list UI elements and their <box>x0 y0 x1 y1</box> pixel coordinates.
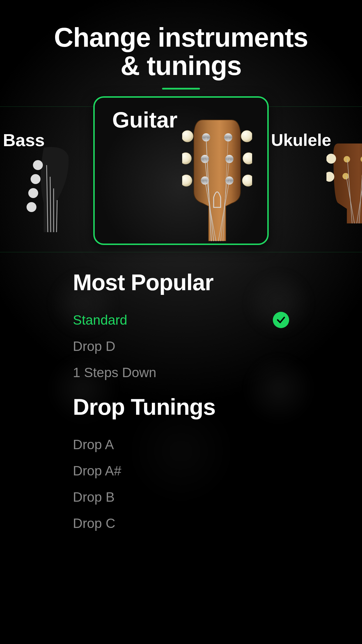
tunings-list: Most PopularStandardDrop D1 Steps DownDr… <box>0 252 362 536</box>
tuning-label: Drop A <box>73 437 114 452</box>
instrument-card-guitar[interactable]: Guitar <box>93 96 269 245</box>
svg-point-17 <box>241 130 252 142</box>
svg-point-3 <box>27 202 36 212</box>
carousel-track: Bass Guitar <box>0 107 362 252</box>
svg-point-2 <box>28 188 38 198</box>
page-title: Change instruments & tunings <box>0 23 362 80</box>
instrument-label: Guitar <box>112 107 178 132</box>
tuning-label: Drop C <box>73 515 115 531</box>
instrument-carousel[interactable]: Bass Guitar <box>0 106 362 252</box>
tuning-row[interactable]: 1 Steps Down <box>73 359 289 386</box>
bass-headstock-icon <box>26 145 79 233</box>
svg-point-1 <box>31 174 41 184</box>
instrument-card-bass[interactable]: Bass <box>0 127 102 232</box>
svg-point-15 <box>182 153 191 164</box>
tuning-row[interactable]: Drop B <box>73 484 289 510</box>
tuning-row[interactable]: Drop A# <box>73 458 289 484</box>
tuning-row[interactable]: Standard <box>73 307 289 333</box>
checkmark-icon <box>273 312 289 328</box>
tuning-label: 1 Steps Down <box>73 365 156 380</box>
tuning-row[interactable]: Drop A <box>73 431 289 458</box>
title-line-1: Change instruments <box>54 22 308 52</box>
title-underline <box>162 88 200 90</box>
instrument-label: Ukulele <box>271 130 331 150</box>
svg-point-14 <box>182 130 193 142</box>
svg-line-7 <box>57 200 57 232</box>
ukulele-headstock-icon <box>326 142 362 225</box>
title-line-2: & tunings <box>120 51 241 80</box>
tuning-label: Drop A# <box>73 463 121 479</box>
svg-point-0 <box>33 160 43 170</box>
svg-point-16 <box>182 175 192 186</box>
tuning-label: Drop B <box>73 489 115 505</box>
svg-point-26 <box>326 154 336 164</box>
section-title: Most Popular <box>73 269 289 296</box>
section-title: Drop Tunings <box>73 394 289 420</box>
svg-point-27 <box>326 172 334 182</box>
tuning-label: Drop D <box>73 338 115 354</box>
tuning-row[interactable]: Drop C <box>73 510 289 536</box>
guitar-headstock-icon <box>182 119 252 242</box>
svg-point-18 <box>243 153 252 164</box>
svg-point-28 <box>344 156 350 162</box>
instrument-card-ukulele[interactable]: Ukulele <box>271 127 362 232</box>
tuning-row[interactable]: Drop D <box>73 333 289 359</box>
header: Change instruments & tunings <box>0 0 362 90</box>
svg-point-19 <box>242 175 252 186</box>
tuning-label: Standard <box>73 312 127 328</box>
svg-point-29 <box>342 173 349 179</box>
